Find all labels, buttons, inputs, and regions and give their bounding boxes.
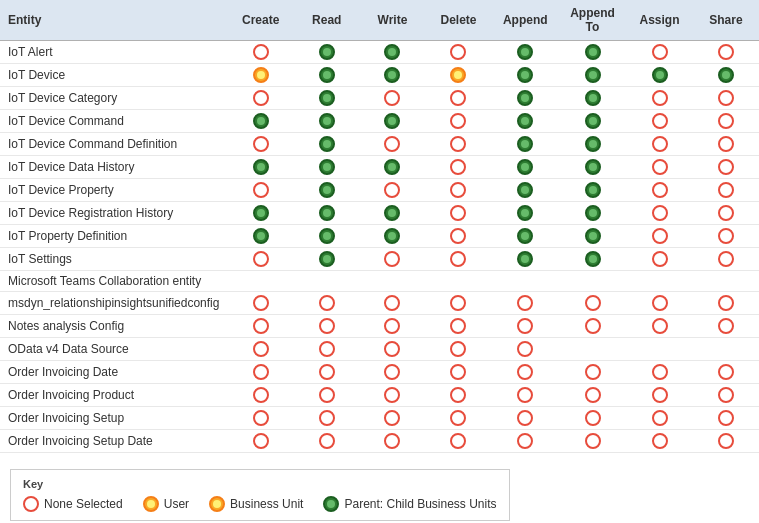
table-row: IoT Property Definition bbox=[0, 225, 759, 248]
empty-circle-icon bbox=[450, 205, 466, 221]
appendTo-cell bbox=[559, 407, 626, 430]
create-cell bbox=[227, 248, 293, 271]
appendTo-cell bbox=[559, 64, 626, 87]
col-header-read: Read bbox=[294, 0, 360, 41]
empty-circle-icon bbox=[718, 90, 734, 106]
share-cell bbox=[693, 156, 759, 179]
create-cell bbox=[227, 225, 293, 248]
green-circle-icon bbox=[585, 90, 601, 106]
empty-circle-icon bbox=[450, 182, 466, 198]
table-row: IoT Device Data History bbox=[0, 156, 759, 179]
appendTo-cell bbox=[559, 179, 626, 202]
green-circle-icon bbox=[652, 67, 668, 83]
table-header-row: EntityCreateReadWriteDeleteAppendAppend … bbox=[0, 0, 759, 41]
entity-name: IoT Device Registration History bbox=[0, 202, 227, 225]
assign-cell bbox=[626, 110, 693, 133]
empty-circle-icon bbox=[652, 44, 668, 60]
entity-name: Order Invoicing Product bbox=[0, 384, 227, 407]
col-header-delete: Delete bbox=[425, 0, 491, 41]
empty-circle-icon bbox=[450, 341, 466, 357]
create-cell bbox=[227, 315, 293, 338]
entity-name: Notes analysis Config bbox=[0, 315, 227, 338]
appendTo-cell bbox=[559, 41, 626, 64]
empty-circle-icon bbox=[384, 251, 400, 267]
empty-circle-icon bbox=[652, 318, 668, 334]
create-cell bbox=[227, 202, 293, 225]
appendTo-cell bbox=[559, 338, 626, 361]
appendTo-cell bbox=[559, 361, 626, 384]
empty-circle-icon bbox=[652, 410, 668, 426]
key-section: Key None SelectedUserBusiness UnitParent… bbox=[10, 469, 510, 521]
share-cell bbox=[693, 202, 759, 225]
empty-circle-icon bbox=[253, 182, 269, 198]
empty-circle-icon bbox=[718, 205, 734, 221]
appendTo-cell bbox=[559, 315, 626, 338]
append-cell bbox=[492, 41, 559, 64]
write-cell bbox=[360, 156, 426, 179]
green-circle-icon bbox=[585, 228, 601, 244]
key-item: User bbox=[143, 496, 189, 512]
empty-circle-icon bbox=[718, 228, 734, 244]
empty-circle-icon bbox=[450, 228, 466, 244]
read-cell bbox=[294, 110, 360, 133]
read-cell bbox=[294, 292, 360, 315]
table-row: IoT Device Property bbox=[0, 179, 759, 202]
empty-circle-icon bbox=[450, 251, 466, 267]
table-row: IoT Device Category bbox=[0, 87, 759, 110]
table-row: OData v4 Data Source bbox=[0, 338, 759, 361]
entity-name: IoT Device Property bbox=[0, 179, 227, 202]
assign-cell bbox=[626, 292, 693, 315]
appendTo-cell bbox=[559, 156, 626, 179]
append-cell bbox=[492, 133, 559, 156]
green-circle-icon bbox=[253, 205, 269, 221]
append-cell bbox=[492, 384, 559, 407]
empty-circle-icon bbox=[517, 387, 533, 403]
write-cell bbox=[360, 87, 426, 110]
write-cell bbox=[360, 179, 426, 202]
empty-circle-icon bbox=[450, 44, 466, 60]
delete-cell bbox=[425, 292, 491, 315]
empty-circle-icon bbox=[718, 159, 734, 175]
read-cell bbox=[294, 430, 360, 453]
empty-circle-icon bbox=[253, 341, 269, 357]
green-circle-icon bbox=[253, 113, 269, 129]
create-cell bbox=[227, 407, 293, 430]
table-row: IoT Device Command bbox=[0, 110, 759, 133]
empty-circle-icon bbox=[718, 295, 734, 311]
read-cell bbox=[294, 271, 360, 292]
read-cell bbox=[294, 384, 360, 407]
append-cell bbox=[492, 361, 559, 384]
green-circle-icon bbox=[718, 67, 734, 83]
delete-cell bbox=[425, 225, 491, 248]
create-cell bbox=[227, 430, 293, 453]
key-item: Parent: Child Business Units bbox=[323, 496, 496, 512]
green-circle-icon bbox=[585, 67, 601, 83]
assign-cell bbox=[626, 87, 693, 110]
green-circle-icon bbox=[319, 159, 335, 175]
green-circle-icon bbox=[517, 159, 533, 175]
green-circle-icon bbox=[585, 251, 601, 267]
green-circle-icon bbox=[517, 90, 533, 106]
col-header-create: Create bbox=[227, 0, 293, 41]
assign-cell bbox=[626, 41, 693, 64]
create-cell bbox=[227, 87, 293, 110]
read-cell bbox=[294, 407, 360, 430]
key-item-label: Parent: Child Business Units bbox=[344, 497, 496, 511]
delete-cell bbox=[425, 41, 491, 64]
share-cell bbox=[693, 430, 759, 453]
empty-circle-icon bbox=[652, 113, 668, 129]
empty-circle-icon bbox=[319, 387, 335, 403]
col-header-append: Append bbox=[492, 0, 559, 41]
delete-cell bbox=[425, 64, 491, 87]
empty-circle-icon bbox=[450, 113, 466, 129]
empty-circle-icon bbox=[253, 318, 269, 334]
empty-circle-icon bbox=[585, 364, 601, 380]
write-cell bbox=[360, 361, 426, 384]
create-cell bbox=[227, 179, 293, 202]
append-cell bbox=[492, 430, 559, 453]
green-circle-icon bbox=[253, 159, 269, 175]
append-cell bbox=[492, 202, 559, 225]
appendTo-cell bbox=[559, 87, 626, 110]
empty-circle-icon bbox=[652, 205, 668, 221]
green-circle-icon bbox=[517, 67, 533, 83]
